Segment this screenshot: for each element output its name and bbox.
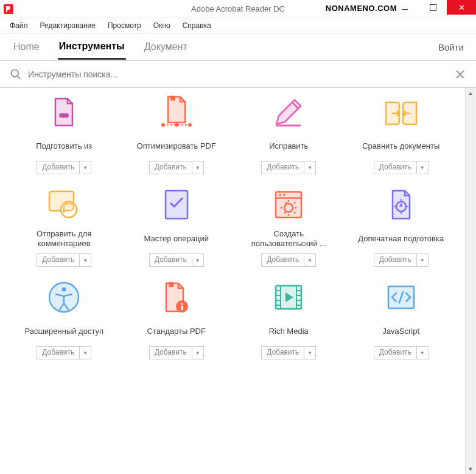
- add-button-label: Добавить: [262, 347, 304, 359]
- add-button-label: Добавить: [150, 347, 192, 359]
- tool-label: Оптимизировать PDF: [137, 135, 216, 157]
- svg-rect-30: [181, 306, 183, 310]
- javascript-icon: [383, 279, 419, 316]
- menu-window[interactable]: Окно: [149, 20, 175, 31]
- svg-line-2: [18, 76, 21, 79]
- maximize-button[interactable]: [419, 0, 447, 15]
- svg-point-9: [175, 123, 178, 127]
- clear-icon[interactable]: [454, 68, 466, 80]
- minimize-button[interactable]: [391, 0, 419, 15]
- search-icon: [10, 68, 22, 80]
- app-icon: [4, 4, 13, 14]
- login-link[interactable]: Войти: [438, 42, 464, 52]
- add-button-label: Добавить: [374, 347, 417, 359]
- optimize-icon: [158, 94, 195, 130]
- menu-file[interactable]: Файл: [5, 20, 33, 31]
- add-button[interactable]: Добавить ▼: [261, 161, 316, 174]
- chevron-down-icon[interactable]: ▼: [192, 254, 203, 266]
- searchbar: [0, 61, 476, 88]
- tool-label: JavaScript: [382, 320, 419, 342]
- svg-point-26: [62, 288, 66, 292]
- tab-document[interactable]: Документ: [143, 35, 189, 58]
- tool-prepare-form[interactable]: Подготовить из Добавить ▼: [11, 94, 117, 174]
- window-controls: [391, 0, 476, 15]
- svg-point-1: [12, 69, 19, 77]
- chevron-down-icon[interactable]: ▼: [304, 347, 315, 359]
- menu-edit[interactable]: Редактирование: [35, 20, 100, 31]
- svg-point-18: [283, 194, 285, 196]
- tool-label: Сравнить документы: [362, 135, 439, 157]
- tool-label: Rich Media: [269, 320, 309, 342]
- chevron-down-icon[interactable]: ▼: [192, 161, 203, 174]
- add-button[interactable]: Добавить ▼: [149, 161, 204, 174]
- custom-icon: [270, 186, 307, 223]
- scrollbar[interactable]: ▲ ▼: [465, 88, 475, 474]
- preflight-icon: [383, 186, 419, 223]
- chevron-down-icon[interactable]: ▼: [417, 254, 428, 266]
- comments-icon: [46, 186, 82, 223]
- search-input[interactable]: [28, 69, 454, 79]
- tool-compare[interactable]: Сравнить документы Добавить ▼: [348, 94, 455, 174]
- add-button-label: Добавить: [37, 254, 80, 266]
- tool-redact[interactable]: Исправить Добавить ▼: [236, 94, 342, 174]
- svg-point-29: [181, 303, 183, 305]
- tools-grid: Подготовить из Добавить ▼ Оптимизировать…: [11, 94, 454, 359]
- add-button[interactable]: Добавить ▼: [374, 346, 429, 359]
- tool-javascript[interactable]: JavaScript Добавить ▼: [348, 279, 455, 359]
- tabbar: Home Инструменты Документ Войти: [0, 34, 476, 61]
- add-button[interactable]: Добавить ▼: [374, 253, 429, 267]
- tool-rich-media[interactable]: Rich Media Добавить ▼: [236, 279, 342, 359]
- menubar: Файл Редактирование Просмотр Окно Справк…: [0, 18, 476, 34]
- tool-label: Допечатная подготовка: [358, 228, 444, 250]
- tool-preflight[interactable]: Допечатная подготовка Добавить ▼: [348, 186, 455, 267]
- svg-rect-6: [170, 96, 175, 101]
- tool-label: Отправить для комментариев: [15, 228, 113, 250]
- add-button[interactable]: Добавить ▼: [37, 161, 91, 174]
- tab-tools[interactable]: Инструменты: [58, 35, 126, 60]
- scroll-down-button[interactable]: ▼: [466, 464, 475, 474]
- add-button[interactable]: Добавить ▼: [261, 253, 316, 267]
- tool-label: Подготовить из: [36, 135, 92, 157]
- menu-view[interactable]: Просмотр: [103, 20, 146, 31]
- chevron-down-icon[interactable]: ▼: [304, 254, 315, 266]
- svg-point-10: [188, 123, 192, 127]
- chevron-down-icon[interactable]: ▼: [80, 347, 91, 359]
- tool-label: Создать пользовательский ...: [240, 228, 337, 250]
- chevron-down-icon[interactable]: ▼: [417, 347, 428, 359]
- chevron-down-icon[interactable]: ▼: [80, 254, 91, 266]
- menu-help[interactable]: Справка: [178, 20, 216, 31]
- tool-label: Расширенный доступ: [24, 320, 103, 342]
- tool-action-wizard[interactable]: Мастер операций Добавить ▼: [124, 186, 230, 267]
- tool-custom-tool[interactable]: Создать пользовательский ... Добавить ▼: [236, 186, 342, 267]
- svg-point-17: [279, 194, 281, 196]
- add-button[interactable]: Добавить ▼: [149, 253, 204, 267]
- chevron-down-icon[interactable]: ▼: [80, 161, 91, 174]
- redact-icon: [270, 94, 307, 130]
- media-icon: [270, 279, 307, 316]
- add-button-label: Добавить: [262, 161, 304, 174]
- add-button[interactable]: Добавить ▼: [37, 253, 91, 267]
- add-button-label: Добавить: [37, 347, 80, 359]
- compare-icon: [383, 94, 419, 130]
- chevron-down-icon[interactable]: ▼: [192, 347, 203, 359]
- add-button[interactable]: Добавить ▼: [149, 346, 204, 359]
- titlebar: Adobe Acrobat Reader DC NONAMENO.COM: [0, 0, 476, 18]
- add-button[interactable]: Добавить ▼: [261, 346, 316, 359]
- scroll-up-button[interactable]: ▲: [466, 88, 475, 98]
- close-button[interactable]: [447, 0, 476, 15]
- svg-rect-5: [59, 113, 69, 118]
- svg-rect-27: [169, 282, 173, 287]
- add-button-label: Добавить: [374, 254, 417, 266]
- add-button[interactable]: Добавить ▼: [374, 161, 429, 174]
- chevron-down-icon[interactable]: ▼: [417, 161, 428, 174]
- tool-send-comments[interactable]: Отправить для комментариев Добавить ▼: [11, 186, 117, 267]
- tab-home[interactable]: Home: [12, 35, 41, 58]
- svg-point-8: [161, 123, 165, 127]
- tool-optimize-pdf[interactable]: Оптимизировать PDF Добавить ▼: [124, 94, 230, 174]
- tool-pdf-standards[interactable]: Стандарты PDF Добавить ▼: [124, 279, 230, 359]
- tool-label: Мастер операций: [144, 228, 209, 250]
- add-button[interactable]: Добавить ▼: [37, 346, 91, 359]
- chevron-down-icon[interactable]: ▼: [304, 161, 315, 174]
- tool-label: Исправить: [269, 135, 308, 157]
- tool-accessibility[interactable]: Расширенный доступ Добавить ▼: [11, 279, 117, 359]
